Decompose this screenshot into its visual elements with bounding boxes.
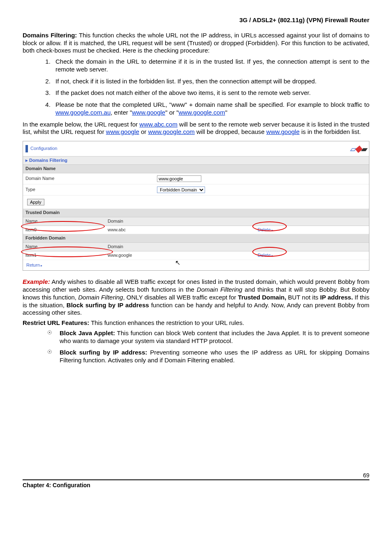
trusted-table-header: Name Domain <box>23 217 369 226</box>
page-header: 3G / ADSL2+ (802.11g) (VPN) Firewall Rou… <box>23 16 369 24</box>
restrict-item: Block surfing by IP address: Preventing … <box>47 349 369 364</box>
chapter-label: Chapter 4: Configuration <box>23 482 90 489</box>
link-google-2[interactable]: www.google <box>106 128 139 135</box>
procedure-item: Please be note that the completed URL, "… <box>52 101 369 117</box>
example-heading: Example: <box>23 278 50 285</box>
col-name: Name <box>25 244 108 250</box>
domain-name-input[interactable] <box>157 175 201 182</box>
config-title: Configuration <box>25 145 57 152</box>
forbidden-domain-header: Forbidden Domain <box>23 234 369 243</box>
link-abc[interactable]: www.abc.com <box>139 121 178 128</box>
page-number: 69 <box>363 472 369 479</box>
procedure-item: Check the domain in the URL to determine… <box>52 58 369 74</box>
restrict-item: Block Java Applet: This function can blo… <box>47 329 369 345</box>
delete-trusted-link[interactable]: Delete▸ <box>258 227 273 232</box>
restrict-paragraph: Restrict URL Features: This function enh… <box>23 319 369 327</box>
link-google-com-2[interactable]: www.google.com <box>148 128 194 135</box>
procedure-list: Check the domain in the URL to determine… <box>23 58 369 117</box>
intro-paragraph: Domains Filtering: This function checks … <box>23 32 369 55</box>
trusted-domain-header: Trusted Domain <box>23 209 369 217</box>
apply-button[interactable]: Apply <box>27 199 44 205</box>
procedure-item: If the packet does not match either of t… <box>52 89 369 97</box>
config-screenshot: Configuration ▱◆▰ ▸Domains Filtering Dom… <box>23 141 369 271</box>
col-domain: Domain <box>108 219 258 224</box>
forbidden-item-domain: www.google <box>108 253 258 258</box>
forbidden-row: item1 www.google Delete▸ <box>23 251 369 260</box>
page-footer: Chapter 4: Configuration 69 <box>23 479 369 489</box>
domain-name-label: Domain Name <box>25 176 157 182</box>
procedure-item: If not, check if it is listed in the for… <box>52 78 369 85</box>
link-google-au[interactable]: www.google.com.au <box>55 109 111 116</box>
link-google-3[interactable]: www.google <box>266 128 300 135</box>
return-row: Return▸ ↖ <box>23 260 369 271</box>
col-domain: Domain <box>108 244 258 250</box>
cursor-icon: ↖ <box>175 259 180 267</box>
trusted-item-domain: www.abc <box>108 227 258 233</box>
type-label: Type <box>25 187 157 193</box>
restrict-heading: Restrict URL Features: <box>23 319 89 326</box>
example-intro: In the example below, the URL request fo… <box>23 121 369 136</box>
trusted-item-name: item0 <box>25 227 108 233</box>
forbidden-item-name: item1 <box>25 253 108 258</box>
type-select[interactable]: Forbidden Domain <box>157 187 205 193</box>
logo-icon: ▱◆▰ <box>350 143 367 154</box>
intro-heading: Domains Filtering: <box>23 32 77 39</box>
col-name: Name <box>25 219 108 224</box>
trusted-row: item0 www.abc Delete▸ <box>23 226 369 235</box>
return-link[interactable]: Return▸ <box>26 263 42 267</box>
forbidden-table-header: Name Domain <box>23 243 369 251</box>
link-google[interactable]: www.google <box>132 109 165 116</box>
restrict-list: Block Java Applet: This function can blo… <box>23 329 369 364</box>
domain-name-header: Domain Name <box>23 165 369 173</box>
link-google-com[interactable]: www.google.com <box>179 109 225 116</box>
example-paragraph: Example: Andy wishes to disable all WEB … <box>23 278 369 317</box>
delete-forbidden-link[interactable]: Delete▸ <box>258 253 273 258</box>
section-domains-filtering: ▸Domains Filtering <box>23 157 369 165</box>
